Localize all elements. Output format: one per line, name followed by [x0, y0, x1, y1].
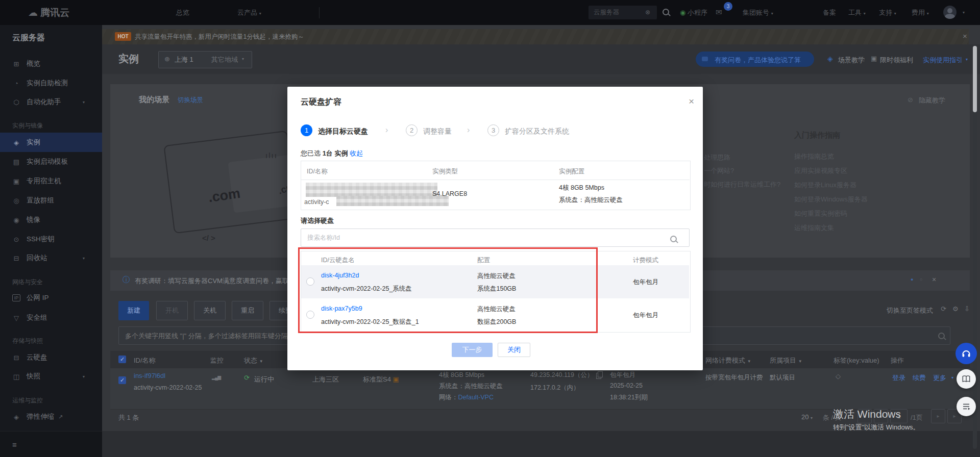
sidebar-item-ssh-keys[interactable]: ⊙SSH密钥 [0, 230, 102, 249]
windows-activation-watermark: 激活 Windows [833, 407, 901, 421]
restart-button[interactable]: 重启 [232, 301, 263, 320]
sidebar-item-overview[interactable]: ⊞概览 [0, 54, 102, 73]
sidebar-section-network-security: 网络与安全 [12, 277, 43, 287]
page-total-text: /1页 [911, 413, 923, 422]
region-selector[interactable] [158, 51, 252, 68]
filter-funnel-icon[interactable]: ▼ [798, 359, 802, 364]
close-button[interactable]: 关闭 [498, 343, 530, 357]
col-tag: 标签(key:value) [834, 356, 879, 365]
create-button[interactable]: 新建 [118, 301, 149, 320]
sidebar-item-recycle-bin[interactable]: ⊟回收站▾ [0, 248, 102, 268]
sidebar-item-images[interactable]: ◉镜像 [0, 210, 102, 230]
carousel-dot[interactable]: ○ [920, 277, 922, 282]
scene-switch-link[interactable]: 切换场景 [178, 96, 203, 105]
survey-pill-label[interactable]: 有奖问卷，产品体验您说了算 [715, 56, 801, 65]
guide-link[interactable]: 应用实操视频专区 [794, 166, 847, 175]
screen: ☁ 腾讯云 总览 云产品 ▾ ⊗ ◉ 小程序 ✉ 3 集团账号 ▾ 备案 工具 … [0, 0, 980, 457]
nav-support[interactable]: 支持 ▾ [879, 0, 896, 26]
scrollbar-thumb[interactable] [973, 46, 977, 112]
sidebar-item-self-check[interactable]: ◔实例自助检测 [0, 73, 102, 93]
disk-search-box[interactable] [301, 229, 690, 247]
sidebar-item-auto-scaling[interactable]: ◈弹性伸缩↗ [0, 407, 102, 426]
sidebar-item-dedicated-hosts[interactable]: ▣专用宿主机 [0, 171, 102, 191]
sidebar-item-launch-templates[interactable]: ▤实例启动模板 [0, 152, 102, 171]
guide-link[interactable]: 运维指南文集 [794, 223, 834, 233]
billing-date: 2025-02-25 [610, 382, 643, 389]
collapse-sidebar-icon[interactable]: ≡ [12, 440, 17, 449]
gear-icon[interactable]: ⚙ [952, 305, 959, 313]
filter-funnel-icon[interactable]: ▼ [259, 359, 263, 364]
sidebar-item-security-groups[interactable]: ▽安全组 [0, 308, 102, 327]
chevron-down-icon[interactable]: ▾ [963, 10, 965, 15]
config-line2: 系统盘：高性能云硬盘 [439, 382, 503, 391]
step-1-label: 选择目标云硬盘 [318, 127, 368, 136]
scene-teach-link[interactable]: 场景教学 [838, 56, 865, 65]
per-page-select[interactable]: 20 ▾ [801, 413, 813, 421]
monitor-chart-icon[interactable]: ▂▄▆ [212, 375, 220, 380]
avatar[interactable] [943, 6, 957, 19]
filter-search-icon[interactable] [938, 333, 945, 339]
guide-link[interactable]: 如何登录Linux服务器 [794, 181, 856, 190]
disk-search-input[interactable] [301, 229, 670, 246]
nav-account-group[interactable]: 集团账号 ▾ [743, 0, 773, 26]
instance-id-link[interactable]: ins-if97l6dl [134, 372, 165, 379]
next-page-button[interactable]: ▸ [931, 409, 945, 423]
sidebar-item-automation-assistant[interactable]: ⬡自动化助手▾ [0, 92, 102, 112]
banner-close-icon[interactable]: × [963, 32, 967, 40]
tencent-cloud-logo[interactable]: ☁ 腾讯云 [28, 0, 69, 25]
sidebar-item-cloud-disks[interactable]: ⊟云硬盘 [0, 348, 102, 367]
shutdown-button[interactable]: 关机 [194, 301, 226, 320]
disk-search-icon[interactable] [670, 236, 677, 242]
sidebar-item-placement-groups[interactable]: ◎置放群组 [0, 191, 102, 210]
mail-icon[interactable]: ✉ [716, 8, 722, 17]
renew-link[interactable]: 续费 [913, 373, 926, 383]
instance-name: activity-cvm-2022-02-25 [134, 384, 202, 391]
nav-products[interactable]: 云产品 ▾ [237, 0, 261, 26]
search-icon[interactable] [663, 9, 669, 15]
sidebar-item-instances[interactable]: ◈实例 [0, 133, 102, 152]
disk-icon: ⊟ [12, 354, 20, 362]
login-link[interactable]: 登录 [892, 373, 905, 383]
row-checkbox[interactable]: ✓ [118, 376, 126, 384]
nav-mini-program[interactable]: ◉ 小程序 [680, 0, 707, 25]
feedback-button[interactable] [957, 397, 976, 416]
collapse-link[interactable]: 收起 [350, 149, 363, 157]
faq-fragment-1[interactable]: 处理思路 [704, 153, 730, 162]
tag-icon[interactable]: ◇ [836, 372, 841, 380]
region-current[interactable]: 上海 1 [175, 55, 193, 64]
region-other[interactable]: 其它地域 [211, 55, 238, 64]
vpc-link[interactable]: Default-VPC [458, 394, 494, 401]
start-button[interactable]: 开机 [156, 301, 188, 320]
refresh-icon[interactable]: ⟳ [941, 305, 946, 313]
hide-teaching-link[interactable]: 隐藏教学 [919, 96, 945, 105]
nav-billing[interactable]: 费用 ▾ [912, 0, 929, 26]
customer-service-button[interactable] [955, 343, 977, 364]
usage-guide-link[interactable]: 实例使用指引 [923, 56, 963, 65]
benefit-link[interactable]: 限时领福利 [880, 56, 913, 65]
guide-link[interactable]: 操作指南总览 [794, 152, 834, 161]
faq-fragment-2[interactable]: 一个网站? [704, 166, 734, 175]
chevron-down-icon: ▾ [259, 11, 261, 16]
nav-tools[interactable]: 工具 ▾ [848, 0, 866, 26]
guide-link[interactable]: 如何登录Windows服务器 [794, 195, 868, 204]
faq-fragment-3[interactable]: 时如何进行日常运维工作? [704, 180, 780, 189]
more-link[interactable]: 更多 [933, 373, 946, 383]
sidebar-item-public-ip[interactable]: IP公网 IP [0, 288, 102, 308]
docs-button[interactable] [957, 369, 976, 389]
sidebar-item-snapshots[interactable]: ◫快照▾ [0, 367, 102, 386]
search-clear-icon[interactable]: ⊗ [645, 9, 650, 16]
filter-funnel-icon[interactable]: ▼ [747, 359, 751, 364]
next-step-button[interactable]: 下一步 [452, 343, 493, 357]
switch-tab-mode-link[interactable]: 切换至页签模式 [887, 306, 933, 315]
nav-beian[interactable]: 备案 [823, 0, 836, 25]
info-icon: ⓘ [122, 275, 130, 285]
notice-close-icon[interactable]: × [932, 275, 936, 284]
guide-link[interactable]: 如何重置实例密码 [794, 209, 847, 218]
copy-icon[interactable] [596, 373, 601, 379]
nav-overview[interactable]: 总览 [176, 0, 189, 25]
download-icon[interactable]: ⇩ [964, 305, 970, 313]
carousel-dot-active[interactable]: ● [911, 277, 913, 282]
modal-close-icon[interactable]: × [689, 96, 694, 107]
select-all-checkbox[interactable]: ✓ [118, 356, 126, 363]
chevron-down-icon: ▾ [966, 57, 968, 62]
